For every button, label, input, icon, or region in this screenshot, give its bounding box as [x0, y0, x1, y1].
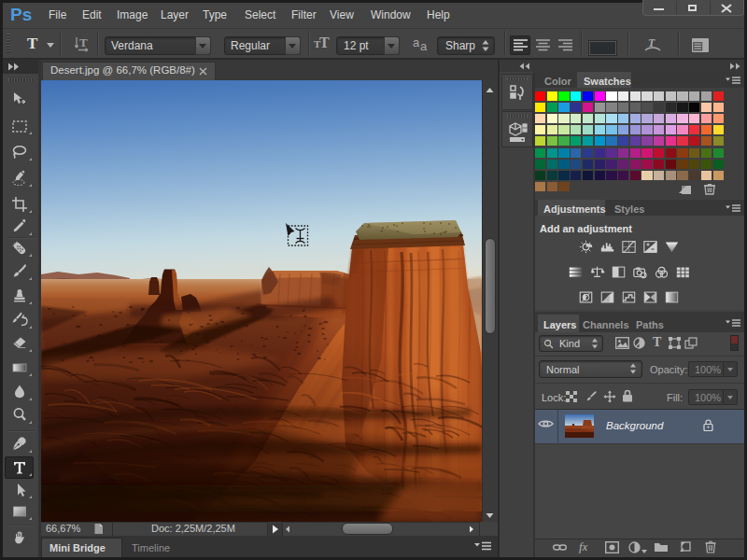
svg-text:T: T — [79, 35, 88, 49]
